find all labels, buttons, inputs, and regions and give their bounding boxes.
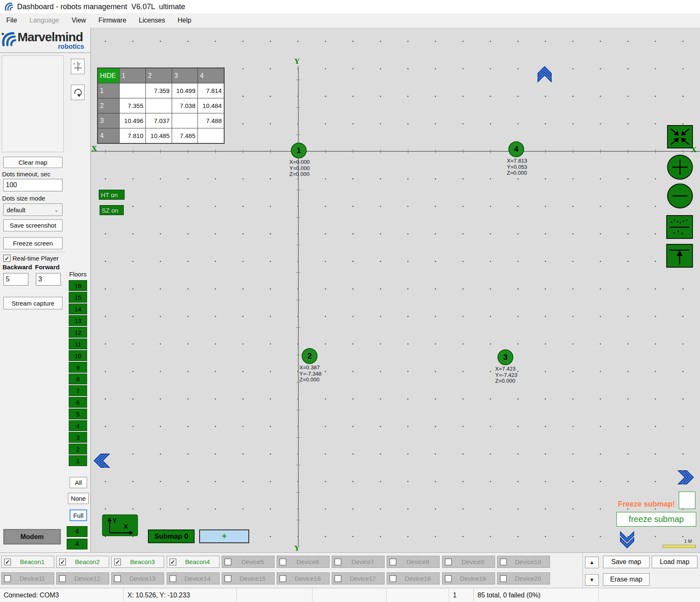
floors-none-button[interactable]: None (68, 493, 89, 504)
floor-button-9[interactable]: 9 (69, 362, 87, 373)
device-cell-beacon3[interactable]: ✓Beacon3 (111, 556, 164, 568)
floor-button-11[interactable]: 11 (69, 339, 87, 349)
scroll-down-icon[interactable] (619, 530, 635, 549)
floor-button-13[interactable]: 13 (69, 315, 87, 326)
freeze-submap-checkbox[interactable] (679, 492, 695, 509)
save-screenshot-button[interactable]: Save screenshot (3, 219, 62, 231)
beacon-marker-4[interactable]: 4 (508, 141, 524, 157)
axes-tool-icon[interactable]: x y (71, 59, 85, 74)
device-cell-device20[interactable]: Device20 (497, 572, 550, 584)
checkbox-unchecked-icon[interactable] (445, 559, 452, 565)
device-cell-beacon1[interactable]: ✓Beacon1 (1, 556, 54, 568)
scroll-left-icon[interactable] (92, 453, 110, 469)
device-cell-device17[interactable]: Device17 (332, 572, 385, 584)
floor-button-12[interactable]: 12 (69, 327, 87, 338)
dots-timeout-input[interactable] (3, 179, 62, 191)
checkbox-unchecked-icon[interactable] (390, 575, 396, 582)
add-submap-tab[interactable]: + (199, 529, 249, 543)
floors-full-button[interactable]: Full (70, 509, 87, 521)
checkbox-unchecked-icon[interactable] (500, 575, 507, 582)
dots-view-icon[interactable] (666, 215, 693, 239)
map-canvas[interactable]: X X Y Y HIDE123417.35910.4997.81427.3557… (90, 28, 700, 552)
checkbox-unchecked-icon[interactable] (335, 575, 341, 582)
beacon-marker-1[interactable]: 1 (291, 143, 307, 158)
menu-item-view[interactable]: View (65, 15, 92, 26)
freeze-screen-button[interactable]: Freeze screen (3, 237, 62, 249)
ht-on-toggle[interactable]: HT on (99, 190, 125, 200)
level-up-icon[interactable] (666, 244, 693, 268)
device-cell-device8[interactable]: Device8 (387, 556, 440, 568)
submap-tab[interactable]: Submap 0 (148, 529, 195, 543)
rotate-tool-icon[interactable] (71, 85, 85, 100)
device-cell-device7[interactable]: Device7 (332, 556, 385, 568)
realtime-player-checkbox[interactable]: ✓ Real-time Player (3, 255, 59, 262)
checkbox-checked-icon[interactable]: ✓ (170, 559, 176, 565)
device-cell-device15[interactable]: Device15 (222, 572, 275, 584)
checkbox-unchecked-icon[interactable] (59, 575, 66, 582)
checkbox-unchecked-icon[interactable] (114, 575, 121, 582)
floor-button-8[interactable]: 8 (69, 374, 87, 384)
scroll-up-icon[interactable] (537, 65, 552, 83)
checkbox-unchecked-icon[interactable] (280, 575, 286, 582)
checkbox-checked-icon[interactable]: ✓ (59, 559, 66, 565)
device-cell-device14[interactable]: Device14 (167, 572, 220, 584)
table-hide-header[interactable]: HIDE (98, 68, 119, 83)
freeze-submap-button[interactable]: freeze submap (616, 512, 696, 527)
clear-map-button[interactable]: Clear map (3, 157, 62, 168)
device-cell-device6[interactable]: Device6 (277, 556, 330, 568)
floor-button-3[interactable]: 3 (69, 432, 87, 443)
device-cell-device18[interactable]: Device18 (387, 572, 440, 584)
beacon-marker-2[interactable]: 2 (302, 348, 318, 364)
floors-all-button[interactable]: All (70, 477, 87, 488)
floor-button-1[interactable]: 1 (69, 455, 87, 466)
floor-count-button-top[interactable]: 4 (67, 526, 88, 537)
floor-button-7[interactable]: 7 (69, 385, 87, 396)
device-cell-device9[interactable]: Device9 (442, 556, 495, 568)
checkbox-unchecked-icon[interactable] (225, 575, 231, 582)
sz-on-toggle[interactable]: SZ on (100, 205, 124, 215)
save-map-button[interactable]: Save map (603, 556, 650, 568)
device-cell-device10[interactable]: Device10 (497, 556, 550, 568)
device-cell-device16[interactable]: Device16 (277, 572, 330, 584)
stream-capture-button[interactable]: Stream capture (3, 297, 62, 309)
checkbox-unchecked-icon[interactable] (445, 575, 452, 582)
floor-button-5[interactable]: 5 (69, 409, 87, 419)
floor-count-button-bottom[interactable]: 4 (67, 539, 88, 549)
menu-item-help[interactable]: Help (171, 15, 198, 26)
device-cell-device11[interactable]: Device11 (1, 572, 54, 584)
checkbox-unchecked-icon[interactable] (500, 559, 507, 565)
fit-to-screen-icon[interactable] (667, 125, 693, 148)
scroll-right-icon[interactable] (678, 469, 695, 485)
checkbox-checked-icon[interactable]: ✓ (114, 559, 121, 565)
device-cell-device5[interactable]: Device5 (222, 556, 275, 568)
erase-map-button[interactable]: Erase map (603, 573, 650, 586)
checkbox-unchecked-icon[interactable] (280, 559, 286, 565)
floor-button-16[interactable]: 16 (69, 280, 87, 291)
device-cell-device19[interactable]: Device19 (442, 572, 495, 584)
device-cell-device12[interactable]: Device12 (56, 572, 109, 584)
checkbox-unchecked-icon[interactable] (390, 559, 396, 565)
modem-button[interactable]: Modem (3, 529, 61, 544)
dots-size-select[interactable]: default ⌄ (3, 203, 62, 216)
beacon-marker-3[interactable]: 3 (498, 349, 513, 365)
zoom-out-icon[interactable] (667, 183, 693, 208)
menu-item-licenses[interactable]: Licenses (132, 15, 171, 26)
checkbox-checked-icon[interactable]: ✓ (4, 559, 11, 565)
floor-button-15[interactable]: 15 (69, 292, 87, 303)
floor-button-10[interactable]: 10 (69, 350, 87, 361)
menu-item-file[interactable]: File (0, 15, 23, 26)
device-cell-beacon2[interactable]: ✓Beacon2 (56, 556, 109, 568)
checkbox-unchecked-icon[interactable] (335, 559, 341, 565)
device-scroll-up-button[interactable]: ▲ (585, 557, 599, 568)
checkbox-unchecked-icon[interactable] (225, 559, 231, 565)
device-cell-device13[interactable]: Device13 (111, 572, 164, 584)
forward-input[interactable] (36, 273, 61, 286)
floor-button-4[interactable]: 4 (69, 420, 87, 431)
distance-matrix-table[interactable]: HIDE123417.35910.4997.81427.3557.03810.4… (97, 68, 225, 144)
checkbox-unchecked-icon[interactable] (4, 575, 11, 582)
floor-button-2[interactable]: 2 (69, 444, 87, 454)
menu-item-language[interactable]: Language (23, 15, 65, 26)
backward-input[interactable] (3, 273, 28, 286)
device-cell-beacon4[interactable]: ✓Beacon4 (167, 556, 220, 568)
xy-orientation-icon[interactable]: Y X (102, 514, 138, 536)
